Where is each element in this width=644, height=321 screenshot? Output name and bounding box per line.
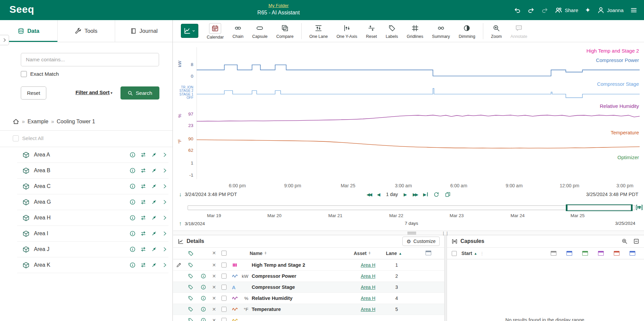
remove-icon[interactable]: ✕ [212,274,216,278]
item-pin-icon[interactable] [151,262,157,268]
item-info-icon[interactable] [130,246,136,252]
details-row[interactable]: ✕°FTemperatureArea H5 [173,304,444,315]
select-all-rows-checkbox[interactable] [221,251,227,256]
item-swap-icon[interactable] [140,262,146,268]
select-all-capsules-checkbox[interactable] [452,251,457,256]
item-info-icon[interactable] [130,168,136,174]
vertical-splitter[interactable] [444,235,447,321]
step-forward-fast-icon[interactable]: ▶▶ [413,192,417,197]
details-row[interactable]: ✕kWCompressor PowerArea H2 [173,271,444,282]
search-button[interactable]: Search [120,86,159,100]
my-folder-link[interactable]: My Folder [268,3,289,8]
info-icon[interactable] [201,296,206,301]
item-info-icon[interactable] [130,262,136,268]
capsule-column-icon-5[interactable] [630,251,635,256]
capsule-button[interactable]: Capsule [248,20,272,39]
reset-button[interactable]: Reset [361,20,381,39]
item-info-icon[interactable] [130,199,136,205]
exact-match-checkbox[interactable] [21,71,27,77]
select-all-checkbox[interactable] [13,135,19,141]
overview-start-label[interactable]: 3/18/2024 [185,221,205,226]
breadcrumb-example[interactable]: Example [28,119,48,125]
item-expand-icon[interactable] [162,215,168,221]
item-pin-icon[interactable] [151,246,157,252]
range-start-label[interactable]: 3/24/2024 3:48 PM PDT [185,192,237,197]
sidebar-item-area-h[interactable]: Area H [17,210,168,226]
one-y-axis-button[interactable]: One Y-Axis [332,20,362,39]
overview-end-label[interactable]: 3/25/2024 [615,221,635,226]
details-row[interactable]: ✕ [173,315,444,321]
item-info-icon[interactable] [130,152,136,158]
capsule-column-icon-1[interactable] [566,251,572,256]
horizontal-splitter[interactable]: ❘❘ [173,231,644,235]
hamburger-menu-icon[interactable] [630,7,637,14]
forward-icon[interactable] [541,7,548,14]
step-back-fast-icon[interactable]: ◀◀ [366,192,371,197]
trend-view-dropdown[interactable] [181,24,198,38]
item-expand-icon[interactable] [162,168,168,174]
annotate-button[interactable]: Annotate [506,20,532,39]
item-info-icon[interactable] [130,183,136,189]
sidebar-item-area-c[interactable]: Area C [17,179,168,194]
remove-icon[interactable]: ✕ [212,307,216,312]
item-pin-icon[interactable] [151,215,157,221]
row-checkbox[interactable] [221,274,227,279]
remove-icon[interactable]: ✕ [212,285,216,290]
step-back-icon[interactable]: ◀ [377,192,380,197]
zoom-button[interactable]: Zoom [487,20,506,39]
customize-button[interactable]: ⚙ Customize [402,237,440,246]
copy-range-icon[interactable] [445,192,451,197]
refresh-icon[interactable] [434,192,439,197]
column-name[interactable]: Name▲▼ [250,251,267,256]
info-icon[interactable] [201,318,206,321]
item-swap-icon[interactable] [140,152,146,158]
splitter-grip[interactable] [407,232,416,234]
capsule-column-icon-0[interactable] [551,251,556,256]
summary-button[interactable]: Summary [428,20,454,39]
range-duration-label[interactable]: 1 day [386,192,398,197]
add-column-icon[interactable] [426,251,431,255]
item-info-icon[interactable] [130,231,136,237]
sidebar-item-area-a[interactable]: Area A [17,147,168,163]
dimming-button[interactable]: Dimming [454,20,480,39]
item-expand-icon[interactable] [162,231,168,237]
info-icon[interactable] [201,273,206,279]
asset-link[interactable]: Area H [361,273,376,279]
sidebar-item-area-i[interactable]: Area I [17,226,168,242]
reset-button[interactable]: Reset [21,86,46,100]
item-pin-icon[interactable] [151,231,157,237]
row-checkbox[interactable] [221,285,227,290]
redo-icon[interactable] [528,7,535,14]
exact-match-row[interactable]: Exact Match [21,71,59,77]
sidebar-collapse-button[interactable] [0,35,9,45]
tag-icon[interactable] [188,296,193,301]
details-row[interactable]: ✕%Relative HumidityArea H4 [173,293,444,304]
edit-pencil-icon[interactable] [176,262,182,268]
step-to-end-icon[interactable]: ▶ [423,192,428,197]
overview-selection[interactable] [566,204,633,211]
details-row[interactable]: ✕High Temp and Stage 2Area H1 [173,260,444,271]
filter-sort-dropdown[interactable]: Filter and Sort▾ [64,89,124,95]
share-button[interactable]: Share [555,7,578,14]
overview-track[interactable] [188,205,635,210]
capsule-column-icon-4[interactable] [614,251,620,256]
item-swap-icon[interactable] [140,168,146,174]
chart-plot[interactable]: 80kWHigh Temp and Stage 2Compressor Powe… [197,47,640,179]
panel-divider-grip[interactable]: ❘❘ [442,231,449,236]
info-icon[interactable] [201,307,206,312]
item-info-icon[interactable] [130,215,136,221]
tab-tools[interactable]: Tools [58,20,115,42]
tag-icon[interactable] [188,273,193,279]
gridlines-button[interactable]: Gridlines [402,20,428,39]
item-expand-icon[interactable] [162,152,168,158]
column-lane[interactable]: Lane▲ [386,251,402,256]
remove-all-icon[interactable]: ✕ [212,251,216,255]
item-swap-icon[interactable] [140,183,146,189]
remove-icon[interactable]: ✕ [212,296,216,301]
home-icon[interactable] [13,118,19,125]
sidebar-item-area-j[interactable]: Area J [17,242,168,257]
item-pin-icon[interactable] [151,199,157,205]
capsule-column-icon-3[interactable] [598,251,604,256]
minimize-panel-icon[interactable] [633,238,639,244]
tag-icon[interactable] [188,251,194,256]
